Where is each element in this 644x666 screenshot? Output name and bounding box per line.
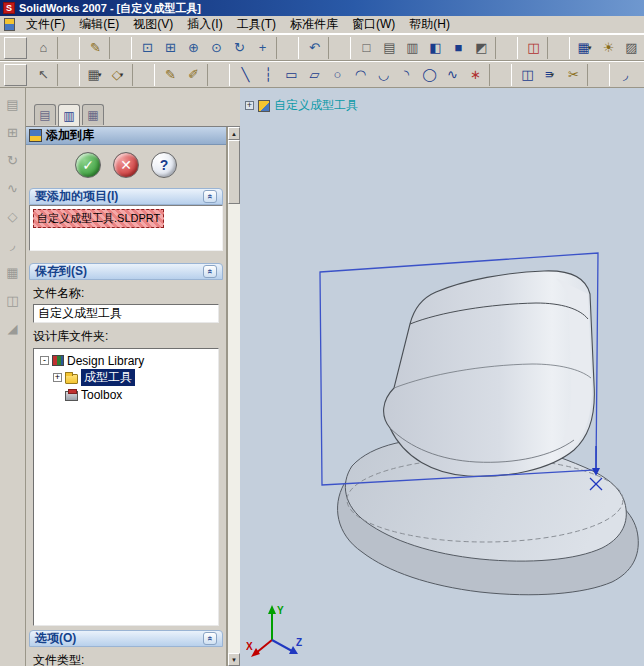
tab-add-to-library[interactable]: ▥ <box>58 104 80 126</box>
feature-tree-overlay: + 自定义成型工具 <box>245 97 358 114</box>
smart-dimension-icon[interactable]: ◇▾ <box>106 64 129 86</box>
rectangle-icon[interactable]: ▭ <box>279 64 302 86</box>
save-to-group-header[interactable]: 保存到(S) « <box>29 263 223 280</box>
menu-item[interactable]: 文件(F) <box>19 15 72 34</box>
menu-item[interactable]: 编辑(E) <box>72 15 126 34</box>
hidden-lines-removed-icon[interactable]: ▥ <box>400 37 423 59</box>
zoom-selection-icon[interactable]: ⊙ <box>204 37 227 59</box>
menu-item[interactable]: 工具(T) <box>230 15 283 34</box>
toolbar-button <box>207 64 230 86</box>
tree-expander-icon[interactable]: + <box>53 373 62 382</box>
collapse-group-button[interactable]: « <box>203 632 217 645</box>
three-point-arc-icon[interactable]: ◝ <box>394 64 417 86</box>
point-icon[interactable]: ∗ <box>463 64 486 86</box>
zoom-in-out-icon[interactable]: ⊕ <box>181 37 204 59</box>
menu-item[interactable]: 插入(I) <box>180 15 229 34</box>
options-group-header[interactable]: 选项(O) « <box>29 630 223 647</box>
title-bar: S SolidWorks 2007 - [自定义成型工具] <box>0 0 644 16</box>
centerpoint-arc-icon[interactable]: ◠ <box>348 64 371 86</box>
shaded-icon[interactable]: ■ <box>446 37 469 59</box>
scene-icon[interactable]: ▨ <box>619 37 642 59</box>
model-canvas[interactable] <box>240 88 644 666</box>
fillet-icon[interactable]: ◞ <box>2 234 24 255</box>
list-item[interactable]: 自定义成型工具.SLDPRT <box>33 209 164 228</box>
tree-node-icon <box>65 374 78 384</box>
parallelogram-icon[interactable]: ▱ <box>302 64 325 86</box>
collapse-group-button[interactable]: « <box>203 265 217 278</box>
draft-icon[interactable]: ◢ <box>2 318 24 339</box>
part-document-icon <box>4 18 15 31</box>
fillet-entities-icon[interactable]: ◞ <box>613 64 636 86</box>
tab-propertymanager[interactable]: ▤ <box>34 104 56 125</box>
app-logo-icon: S <box>3 2 15 14</box>
mirror-entities-icon[interactable]: ◫ <box>515 64 538 86</box>
items-to-add-list[interactable]: 自定义成型工具.SLDPRT <box>29 205 223 251</box>
spline-icon[interactable]: ∿ <box>440 64 463 86</box>
task-pane: ▤▥▦ 添加到库 ✓ ✕ ? 要添加的项目(I) « 自定义成型工具.SLDPR <box>26 88 240 666</box>
tree-expander-icon[interactable]: - <box>40 356 49 365</box>
tree-item-toolbox[interactable]: Toolbox <box>36 386 216 403</box>
ellipse-icon[interactable]: ◯ <box>417 64 440 86</box>
file-name-input[interactable]: 自定义成型工具 <box>33 304 219 323</box>
tree-expander-icon[interactable]: + <box>245 101 254 110</box>
sketch-3d-icon[interactable]: ✐ <box>181 64 204 86</box>
section-view-icon[interactable]: ◫ <box>521 37 544 59</box>
window-title: SolidWorks 2007 - [自定义成型工具] <box>19 1 201 16</box>
appearance-icon[interactable]: ☀ <box>596 37 619 59</box>
menu-item[interactable]: 帮助(H) <box>402 15 457 34</box>
sketch-icon[interactable]: ✎ <box>83 37 106 59</box>
toolbar-button <box>489 64 512 86</box>
circle-icon[interactable]: ○ <box>325 64 348 86</box>
tangent-arc-icon[interactable]: ◡ <box>371 64 394 86</box>
grid-snap-icon[interactable]: ▦▾ <box>83 64 106 86</box>
cancel-button[interactable]: ✕ <box>113 152 139 178</box>
shadows-icon[interactable]: ◩ <box>469 37 492 59</box>
collapse-group-button[interactable]: « <box>203 190 217 203</box>
toolbar-button <box>495 37 518 59</box>
select-icon[interactable]: ↖ <box>31 64 54 86</box>
hidden-lines-visible-icon[interactable]: ▤ <box>377 37 400 59</box>
sketch-toolbar: ↖ ▦▾ ◇▾ ✎ ✐ ╲ ┆ ▭ ▱ ○ ◠ ◡ ◝ <box>0 61 644 88</box>
help-button[interactable]: ? <box>151 152 177 178</box>
tab-configurations[interactable]: ▦ <box>82 104 104 125</box>
offset-entities-icon[interactable]: ≡▾ <box>538 64 561 86</box>
rotate-view-icon[interactable]: ↻ <box>227 37 250 59</box>
shell-icon[interactable]: ◫ <box>2 290 24 311</box>
chamfer-entities-icon[interactable]: ◟ <box>636 64 644 86</box>
menu-item[interactable]: 窗口(W) <box>345 15 402 34</box>
view-orientation-icon[interactable]: ⌂ <box>31 37 54 59</box>
tree-item-design-library[interactable]: - Design Library <box>36 352 216 369</box>
pan-icon[interactable]: + <box>250 37 273 59</box>
ok-button[interactable]: ✓ <box>75 152 101 178</box>
pattern-icon[interactable]: ▦ <box>2 262 24 283</box>
sketch-2d-icon[interactable]: ✎ <box>158 64 181 86</box>
centerline-icon[interactable]: ┆ <box>256 64 279 86</box>
menu-item[interactable]: 标准件库 <box>283 15 345 34</box>
scroll-down-button[interactable]: ▼ <box>228 653 240 666</box>
shaded-with-edges-icon[interactable]: ◧ <box>423 37 446 59</box>
extrude-icon[interactable]: ⊞ <box>2 122 24 143</box>
previous-view-icon[interactable]: ↶ <box>302 37 325 59</box>
trim-entities-icon[interactable]: ✂ <box>561 64 584 86</box>
items-to-add-group-header[interactable]: 要添加的项目(I) « <box>29 188 223 205</box>
zoom-fit-icon[interactable]: ⊡ <box>135 37 158 59</box>
feature-label[interactable]: 自定义成型工具 <box>274 97 358 114</box>
sweep-icon[interactable]: ∿ <box>2 178 24 199</box>
wireframe-icon[interactable]: □ <box>354 37 377 59</box>
main-area: ▤⊞↻∿◇◞▦◫◢ ▤▥▦ 添加到库 ✓ ✕ ? 要添加的项目(I) « <box>0 88 644 666</box>
revolve-icon[interactable]: ↻ <box>2 150 24 171</box>
features-icon[interactable]: ▤ <box>2 94 24 115</box>
toolbar-button <box>328 37 351 59</box>
zoom-area-icon[interactable]: ⊞ <box>158 37 181 59</box>
scroll-up-button[interactable]: ▲ <box>228 127 240 140</box>
task-pane-scrollbar[interactable]: ▲ ▼ <box>227 127 240 666</box>
loft-icon[interactable]: ◇ <box>2 206 24 227</box>
standard-views-icon[interactable]: ▦▾ <box>573 37 596 59</box>
scrollbar-thumb[interactable] <box>228 140 240 204</box>
menu-item[interactable]: 视图(V) <box>126 15 180 34</box>
design-library-folder-label: 设计库文件夹: <box>26 323 226 346</box>
graphics-viewport[interactable]: + 自定义成型工具 <box>240 88 644 666</box>
line-icon[interactable]: ╲ <box>233 64 256 86</box>
tree-item-forming-tools[interactable]: + 成型工具 <box>36 369 216 386</box>
toolbar-button <box>547 37 570 59</box>
